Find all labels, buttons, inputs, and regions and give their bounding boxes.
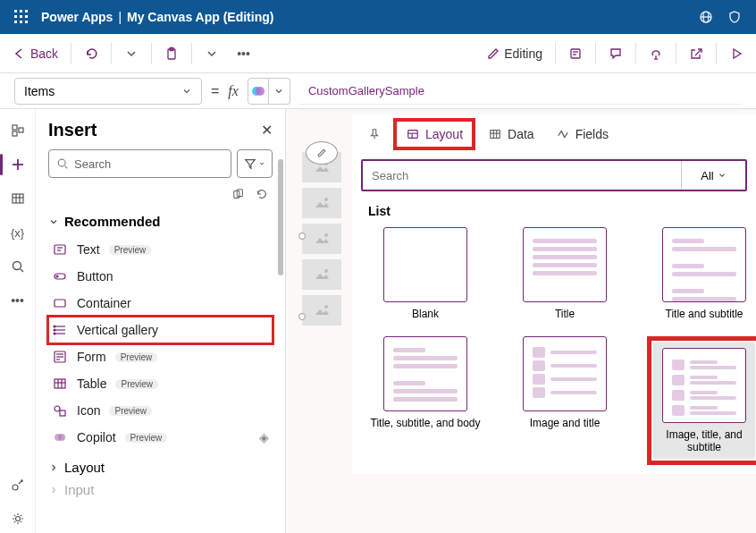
- property-selector[interactable]: Items: [14, 78, 202, 105]
- layout-section-header[interactable]: Layout: [48, 460, 273, 475]
- back-button[interactable]: Back: [5, 39, 65, 68]
- layout-option-title-subtitle[interactable]: Title and subtitle: [647, 227, 756, 320]
- rail-tree-icon[interactable]: [4, 116, 32, 145]
- svg-point-18: [256, 87, 265, 96]
- formula-value: CustomGallerySample: [308, 84, 424, 97]
- tab-layout[interactable]: Layout: [393, 118, 475, 150]
- svg-point-28: [13, 262, 21, 270]
- settings-shield-icon[interactable]: [720, 3, 749, 31]
- svg-point-47: [54, 333, 55, 334]
- layout-search-input[interactable]: [363, 161, 681, 190]
- insert-title: Insert: [48, 120, 273, 140]
- svg-point-71: [324, 269, 328, 273]
- svg-point-68: [324, 233, 328, 237]
- rail-insert-icon[interactable]: [4, 150, 32, 179]
- premium-icon: ◈: [259, 430, 269, 444]
- health-button[interactable]: [642, 39, 670, 68]
- layout-option-blank[interactable]: Blank: [368, 227, 483, 320]
- tab-fields[interactable]: Fields: [547, 122, 617, 147]
- rail-variables-icon[interactable]: {x}: [4, 218, 32, 247]
- tab-data[interactable]: Data: [479, 122, 543, 147]
- notes-button[interactable]: [561, 39, 590, 68]
- svg-rect-20: [19, 128, 23, 132]
- property-name: Items: [24, 84, 55, 98]
- insert-item-table[interactable]: Table Preview: [48, 370, 273, 397]
- insert-search-input[interactable]: Search: [48, 149, 231, 178]
- svg-rect-19: [13, 125, 17, 130]
- rail-search-icon[interactable]: [4, 252, 32, 281]
- container-icon: [52, 295, 68, 311]
- insert-item-icon[interactable]: Icon Preview: [48, 397, 273, 424]
- svg-rect-6: [14, 21, 17, 23]
- undo-split-chevron[interactable]: [117, 39, 146, 68]
- svg-point-40: [56, 275, 58, 277]
- layout-icon: [406, 127, 420, 141]
- layout-option-image-title-subtitle[interactable]: Image, title, and subtitle: [653, 343, 755, 459]
- svg-rect-72: [313, 303, 331, 317]
- copilot-formula-icon[interactable]: [248, 78, 269, 105]
- formula-expand-chevron[interactable]: [269, 78, 290, 105]
- svg-point-32: [58, 159, 65, 166]
- svg-rect-57: [60, 410, 65, 416]
- svg-rect-1: [20, 10, 22, 13]
- layout-option-title[interactable]: Title: [508, 227, 622, 320]
- paste-button[interactable]: [157, 39, 186, 68]
- layout-section-label: Layout: [64, 460, 105, 475]
- insert-item-form[interactable]: Form Preview: [48, 343, 273, 370]
- svg-rect-41: [55, 300, 65, 307]
- editing-mode-button[interactable]: Editing: [479, 39, 550, 68]
- button-icon: [52, 268, 68, 284]
- rail-more-icon[interactable]: •••: [4, 286, 32, 315]
- rail-data-icon[interactable]: [4, 184, 32, 213]
- data-icon: [488, 127, 502, 141]
- close-panel-button[interactable]: ✕: [261, 122, 273, 139]
- gallery-row-thumb: [302, 295, 341, 326]
- gallery-edit-icon[interactable]: [306, 141, 338, 165]
- chevron-down-icon: [48, 216, 59, 227]
- insert-item-button[interactable]: Button: [48, 263, 273, 290]
- collapse-icon[interactable]: [231, 187, 246, 201]
- gallery-row-thumb: [302, 224, 341, 254]
- gallery-control-preview[interactable]: [302, 152, 341, 331]
- comments-button[interactable]: [601, 39, 630, 68]
- filter-button[interactable]: [237, 149, 273, 178]
- svg-point-65: [324, 198, 328, 201]
- command-bar: Back ••• Editing: [0, 34, 756, 73]
- rail-settings-icon[interactable]: [4, 504, 32, 533]
- svg-point-45: [54, 326, 55, 327]
- back-label: Back: [30, 47, 58, 61]
- layout-option-title-subtitle-body[interactable]: Title, subtitle, and body: [368, 336, 483, 465]
- refresh-icon[interactable]: [255, 187, 269, 201]
- waffle-icon[interactable]: [7, 3, 36, 31]
- recommended-section-header[interactable]: Recommended: [48, 214, 273, 229]
- svg-point-59: [58, 434, 65, 441]
- filter-all-dropdown[interactable]: All: [681, 161, 745, 190]
- formula-input[interactable]: CustomGallerySample: [299, 78, 742, 105]
- rail-tools-icon[interactable]: [4, 470, 32, 499]
- insert-item-copilot[interactable]: Copilot Preview ◈: [48, 424, 273, 451]
- form-icon: [52, 349, 68, 365]
- pin-icon[interactable]: [359, 123, 390, 146]
- input-section-header[interactable]: Input: [48, 482, 273, 497]
- app-title: My Canvas App (Editing): [127, 10, 273, 24]
- insert-item-container[interactable]: Container: [48, 290, 273, 317]
- svg-rect-66: [313, 232, 331, 246]
- resize-handle[interactable]: [298, 313, 306, 320]
- shapes-icon: [52, 402, 68, 419]
- scrollbar-thumb[interactable]: [278, 159, 283, 275]
- insert-item-text[interactable]: Text Preview: [48, 236, 273, 263]
- insert-item-vertical-gallery[interactable]: Vertical gallery: [48, 317, 273, 343]
- svg-rect-52: [55, 379, 65, 388]
- share-button[interactable]: [682, 39, 710, 68]
- gallery-icon: [52, 322, 68, 338]
- title-separator: |: [118, 10, 122, 24]
- play-button[interactable]: [722, 39, 751, 68]
- more-button[interactable]: •••: [230, 39, 257, 68]
- fx-label: fx: [228, 83, 239, 99]
- resize-handle[interactable]: [298, 233, 306, 240]
- paste-split-chevron[interactable]: [197, 39, 226, 68]
- svg-rect-76: [408, 131, 418, 139]
- environment-icon[interactable]: [692, 3, 720, 31]
- layout-option-image-title[interactable]: Image and title: [508, 336, 622, 465]
- undo-button[interactable]: [77, 39, 105, 68]
